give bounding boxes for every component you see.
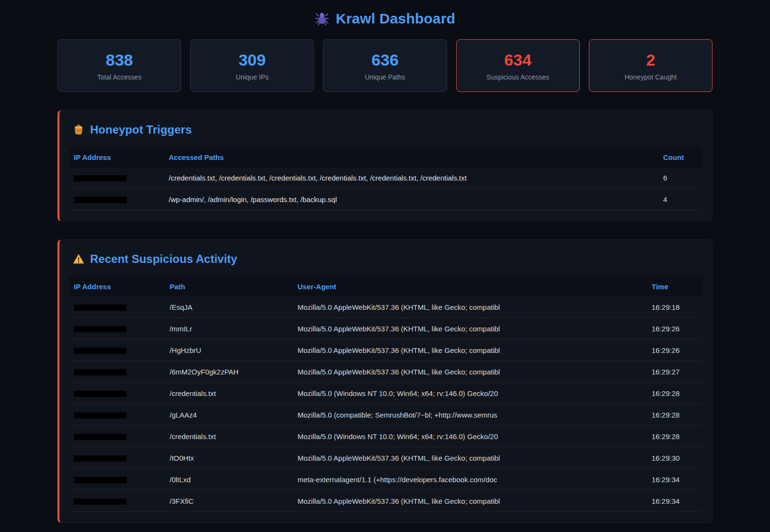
path-cell: /EsqJA (165, 303, 293, 311)
time-cell: 16:29:28 (647, 389, 702, 397)
time-cell: 16:29:34 (647, 497, 702, 505)
user-agent-cell: Mozilla/5.0 AppleWebKit/537.36 (KHTML, l… (293, 303, 647, 311)
stat-value: 636 (371, 51, 399, 69)
ip-address-cell (69, 432, 165, 441)
redacted-ip-bar (74, 348, 126, 354)
path-cell: /tO0Htx (165, 454, 293, 462)
time-cell: 16:29:18 (647, 303, 702, 311)
dashboard-page: Krawl Dashboard 838 Total Accesses 309 U… (57, 0, 713, 523)
suspicious-table-row: /EsqJA Mozilla/5.0 AppleWebKit/537.36 (K… (69, 296, 702, 318)
stat-card: 636 Unique Paths (323, 39, 447, 92)
accessed-paths-cell: /credentials.txt, /credentials.txt, /cre… (164, 174, 658, 182)
time-cell: 16:29:28 (647, 411, 702, 419)
redacted-ip-bar (74, 305, 126, 311)
ip-address-cell (69, 475, 165, 484)
stat-value: 309 (239, 51, 266, 69)
ip-address-cell (69, 454, 165, 462)
suspicious-table-row: /3FXfiC Mozilla/5.0 AppleWebKit/537.36 (… (69, 490, 702, 512)
page-title: Krawl Dashboard (336, 11, 456, 27)
column-header-paths: Accessed Paths (164, 153, 658, 161)
stat-card: 309 Unique IPs (190, 39, 314, 92)
suspicious-table-row: /mmILr Mozilla/5.0 AppleWebKit/537.36 (K… (69, 318, 702, 340)
warning-icon (73, 253, 84, 265)
time-cell: 16:29:26 (647, 346, 702, 354)
suspicious-panel-header: Recent Suspicious Activity (69, 250, 702, 276)
suspicious-table-row: /0ltLxd meta-externalagent/1.1 (+https:/… (69, 469, 702, 490)
column-header-user-agent: User-Agent (293, 283, 647, 291)
ip-address-cell (69, 411, 165, 419)
path-cell: /gLAAz4 (165, 411, 293, 419)
user-agent-cell: Mozilla/5.0 (compatible; SemrushBot/7~bl… (293, 411, 647, 419)
path-cell: /3FXfiC (165, 497, 293, 505)
time-cell: 16:29:26 (647, 325, 702, 333)
honeypot-panel-header: Honeypot Triggers (69, 121, 702, 147)
ip-address-cell (69, 497, 165, 505)
ip-address-cell (69, 368, 165, 376)
redacted-ip-bar (74, 498, 126, 505)
redacted-ip-bar (74, 477, 126, 483)
user-agent-cell: meta-externalagent/1.1 (+https://develop… (293, 475, 647, 484)
spider-icon (315, 11, 329, 26)
ip-address-cell (69, 195, 164, 204)
stat-card: 838 Total Accesses (57, 39, 181, 92)
column-header-count: Count (658, 153, 702, 161)
redacted-ip-bar (74, 412, 126, 419)
ip-address-cell (69, 346, 165, 354)
column-header-path: Path (165, 283, 293, 291)
redacted-ip-bar (74, 326, 126, 332)
column-header-ip: IP Address (69, 283, 165, 291)
redacted-ip-bar (74, 391, 126, 397)
time-cell: 16:29:27 (647, 368, 702, 376)
path-cell: /credentials.txt (165, 389, 293, 397)
stat-label: Unique Paths (365, 73, 405, 81)
stat-card: 2 Honeypot Caught (589, 39, 713, 92)
stat-label: Unique IPs (236, 73, 268, 81)
user-agent-cell: Mozilla/5.0 (Windows NT 10.0; Win64; x64… (293, 389, 647, 397)
suspicious-table-row: /tO0Htx Mozilla/5.0 AppleWebKit/537.36 (… (69, 447, 702, 469)
redacted-ip-bar (74, 175, 126, 181)
redacted-ip-bar (74, 197, 126, 203)
accessed-paths-cell: /wp-admin/, /admin/login, /passwords.txt… (164, 195, 658, 204)
user-agent-cell: Mozilla/5.0 (Windows NT 10.0; Win64; x64… (293, 432, 647, 441)
path-cell: /0ltLxd (165, 475, 293, 484)
honeypot-table-header: IP Address Accessed Paths Count (69, 147, 702, 167)
suspicious-table-header: IP Address Path User-Agent Time (69, 276, 702, 296)
time-cell: 16:29:30 (647, 454, 702, 462)
redacted-ip-bar (74, 369, 126, 375)
stat-value: 634 (504, 51, 531, 69)
column-header-time: Time (647, 283, 702, 291)
user-agent-cell: Mozilla/5.0 AppleWebKit/537.36 (KHTML, l… (293, 368, 647, 376)
suspicious-activity-panel: Recent Suspicious Activity IP Address Pa… (57, 239, 713, 523)
redacted-ip-bar (74, 434, 126, 440)
stat-value: 838 (106, 51, 133, 69)
path-cell: /HgHzbrU (165, 346, 293, 354)
suspicious-table-row: /gLAAz4 Mozilla/5.0 (compatible; Semrush… (69, 404, 702, 426)
ip-address-cell (69, 174, 164, 182)
ip-address-cell (69, 303, 165, 311)
user-agent-cell: Mozilla/5.0 AppleWebKit/537.36 (KHTML, l… (293, 346, 647, 354)
honeypot-table-row: /wp-admin/, /admin/login, /passwords.txt… (69, 189, 702, 210)
honeypot-table-row: /credentials.txt, /credentials.txt, /cre… (69, 167, 702, 189)
count-cell: 6 (658, 174, 702, 182)
honeypot-icon (73, 124, 84, 136)
honeypot-panel-title: Honeypot Triggers (90, 123, 192, 136)
time-cell: 16:29:28 (647, 432, 702, 441)
ip-address-cell (69, 389, 165, 397)
honeypot-table-body: /credentials.txt, /credentials.txt, /cre… (69, 167, 702, 210)
suspicious-table-row: /6mM2OyF0gk2zPAH Mozilla/5.0 AppleWebKit… (69, 361, 702, 383)
user-agent-cell: Mozilla/5.0 AppleWebKit/537.36 (KHTML, l… (293, 454, 647, 462)
stat-value: 2 (646, 51, 655, 69)
suspicious-table-row: /credentials.txt Mozilla/5.0 (Windows NT… (69, 383, 702, 404)
path-cell: /mmILr (165, 325, 293, 333)
user-agent-cell: Mozilla/5.0 AppleWebKit/537.36 (KHTML, l… (293, 325, 647, 333)
stats-row: 838 Total Accesses 309 Unique IPs 636 Un… (57, 39, 713, 92)
redacted-ip-bar (74, 455, 126, 462)
suspicious-panel-title: Recent Suspicious Activity (90, 252, 237, 266)
suspicious-table-row: /credentials.txt Mozilla/5.0 (Windows NT… (69, 426, 702, 447)
suspicious-table-body: /EsqJA Mozilla/5.0 AppleWebKit/537.36 (K… (69, 296, 702, 512)
time-cell: 16:29:34 (647, 475, 702, 484)
path-cell: /credentials.txt (165, 432, 293, 441)
app-header: Krawl Dashboard (57, 7, 713, 39)
stat-label: Total Accesses (97, 73, 142, 81)
column-header-ip: IP Address (69, 153, 164, 161)
